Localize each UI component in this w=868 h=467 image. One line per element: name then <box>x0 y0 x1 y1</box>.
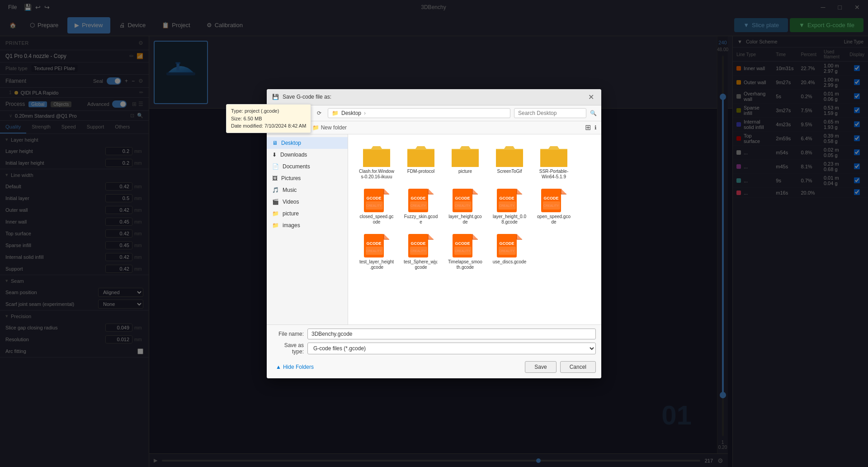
documents-icon: 📄 <box>272 163 279 170</box>
svg-text:GCODE: GCODE <box>410 241 425 246</box>
gcode-svg: GCODE CREALITY <box>364 234 389 257</box>
file-name-text: Clash.for.Windows-0.20.16-ikuuu <box>359 169 394 180</box>
gcode-svg: GCODE CREALITY <box>497 234 522 257</box>
music-label: Music <box>283 187 297 193</box>
file-name-text: SSR-Portable-Win64-5.1.9 <box>536 169 571 180</box>
file-name-text: closed_speed.gcode <box>359 214 394 225</box>
savetype-select[interactable]: G-code files (*.gcode) <box>307 343 596 354</box>
svg-text:GCODE: GCODE <box>455 241 470 246</box>
file-name-text: ScreenToGif <box>497 169 522 174</box>
view-toggle-icon[interactable]: ⊞ <box>585 123 591 132</box>
address-bar: ← → ↑ ⟳ 📁 Desktop › 🔍 <box>267 105 601 121</box>
svg-text:CREALITY: CREALITY <box>543 204 559 207</box>
svg-text:GCODE: GCODE <box>499 241 514 246</box>
nav-desktop[interactable]: 🖥 Desktop <box>267 137 348 149</box>
address-path[interactable]: 📁 Desktop › <box>328 108 510 118</box>
search-input[interactable] <box>514 108 586 118</box>
nav-downloads[interactable]: ⬇ Downloads <box>267 149 348 161</box>
gcode-svg: GCODE CREALITY <box>364 189 389 212</box>
hide-folders-btn[interactable]: ▲ Hide Folders <box>272 363 317 371</box>
dialog-close-btn[interactable]: ✕ <box>586 91 596 103</box>
dialog-title-text: 💾 Save G-code file as: <box>272 94 331 100</box>
list-item[interactable]: GCODE CREALITY layer_height_0.08.gcode <box>489 186 530 228</box>
list-item[interactable]: GCODE CREALITY Fuzzy_skin.gcode <box>401 186 441 228</box>
svg-text:GCODE: GCODE <box>455 196 470 200</box>
footer-buttons: Save Cancel <box>525 359 596 375</box>
view-info-icon[interactable]: ℹ <box>594 124 597 131</box>
dialog-titlebar: 💾 Save G-code file as: ✕ <box>267 89 601 105</box>
svg-text:CREALITY: CREALITY <box>499 249 515 253</box>
music-icon: 🎵 <box>272 187 279 193</box>
desktop-label: Desktop <box>281 140 301 146</box>
list-item[interactable]: GCODE CREALITY use_discs.gcode <box>489 231 530 273</box>
dialog-footer: File name: Save as type: G-code files (*… <box>267 324 601 378</box>
file-name-text: open_speed.gcode <box>536 214 571 225</box>
filename-input[interactable] <box>307 329 596 339</box>
nav-refresh-btn[interactable]: ⟳ <box>314 109 324 117</box>
new-folder-label: New folder <box>321 124 347 131</box>
new-folder-btn[interactable]: 📁 New folder <box>309 123 350 132</box>
svg-text:CREALITY: CREALITY <box>366 204 382 207</box>
list-item[interactable]: GCODE CREALITY layer_height.gcode <box>445 186 486 228</box>
organize-label: Organize <box>275 124 297 131</box>
dialog-toolbar: Organize ▾ 📁 New folder ⊞ ℹ <box>267 121 601 134</box>
list-item[interactable]: SSR-Portable-Win64-5.1.9 <box>533 143 574 182</box>
file-grid: Clash.for.Windows-0.20.16-ikuuu FDM-prot… <box>353 139 597 276</box>
gcode-svg: GCODE CREALITY <box>497 189 522 212</box>
list-item[interactable]: picture <box>445 143 486 182</box>
file-pane: Clash.for.Windows-0.20.16-ikuuu FDM-prot… <box>348 134 601 324</box>
nav-forward-btn[interactable]: → <box>287 109 298 118</box>
gcode-svg: GCODE CREALITY <box>408 234 434 257</box>
savetype-label: Save as type: <box>272 342 304 355</box>
nav-up-btn[interactable]: ↑ <box>302 109 311 118</box>
svg-text:GCODE: GCODE <box>543 196 558 200</box>
nav-documents[interactable]: 📄 Documents <box>267 161 348 172</box>
nav-pictures[interactable]: 🖼 Pictures <box>267 172 348 184</box>
cancel-button[interactable]: Cancel <box>560 361 596 373</box>
documents-label: Documents <box>283 163 310 170</box>
nav-pane: 🖥 Desktop ⬇ Downloads 📄 Documents 🖼 Pict… <box>267 134 348 324</box>
images-folder-icon: 📁 <box>272 222 279 229</box>
svg-text:CREALITY: CREALITY <box>410 204 426 207</box>
gcode-svg: GCODE CREALITY <box>408 189 434 212</box>
svg-text:CREALITY: CREALITY <box>366 249 382 253</box>
svg-text:CREALITY: CREALITY <box>455 204 471 207</box>
list-item[interactable]: GCODE CREALITY test_layer_height.gcode <box>356 231 397 273</box>
pictures-label: Pictures <box>281 175 301 181</box>
nav-videos[interactable]: 🎬 Videos <box>267 196 348 208</box>
nav-images-folder[interactable]: 📁 images <box>267 219 348 231</box>
list-item[interactable]: GCODE CREALITY Timelapse_smooth.gcode <box>445 231 486 273</box>
downloads-label: Downloads <box>280 152 307 158</box>
folder-svg <box>452 145 479 167</box>
save-button[interactable]: Save <box>525 361 556 373</box>
folder-svg <box>407 145 434 167</box>
svg-rect-29 <box>407 150 434 167</box>
file-name-text: FDM-protocol <box>407 169 435 174</box>
svg-text:GCODE: GCODE <box>366 196 381 200</box>
folder-icon-addr: 📁 <box>332 110 339 116</box>
videos-label: Videos <box>283 199 299 205</box>
nav-picture-folder[interactable]: 📁 picture <box>267 208 348 219</box>
organize-chevron: ▾ <box>299 124 302 131</box>
svg-text:GCODE: GCODE <box>366 241 381 246</box>
list-item[interactable]: FDM-protocol <box>401 143 441 182</box>
svg-text:CREALITY: CREALITY <box>499 204 515 207</box>
desktop-icon: 🖥 <box>272 140 278 146</box>
videos-icon: 🎬 <box>272 199 279 205</box>
new-folder-icon: 📁 <box>312 124 319 131</box>
nav-music[interactable]: 🎵 Music <box>267 184 348 196</box>
downloads-icon: ⬇ <box>272 152 277 158</box>
list-item[interactable]: GCODE CREALITY open_speed.gcode <box>533 186 574 228</box>
file-name-text: Timelapse_smooth.gcode <box>448 259 483 270</box>
footer-savetype-row: Save as type: G-code files (*.gcode) <box>272 342 596 355</box>
search-icon[interactable]: 🔍 <box>590 110 597 116</box>
nav-back-btn[interactable]: ← <box>271 109 283 118</box>
list-item[interactable]: ScreenToGif <box>489 143 530 182</box>
dialog-body: 🖥 Desktop ⬇ Downloads 📄 Documents 🖼 Pict… <box>267 134 601 324</box>
list-item[interactable]: Clash.for.Windows-0.20.16-ikuuu <box>356 143 397 182</box>
list-item[interactable]: GCODE CREALITY test_Sphere_wjy.gcode <box>401 231 441 273</box>
svg-rect-35 <box>540 150 567 167</box>
save-dialog: 💾 Save G-code file as: ✕ ← → ↑ ⟳ 📁 Deskt… <box>267 89 601 378</box>
list-item[interactable]: GCODE CREALITY closed_speed.gcode <box>356 186 397 228</box>
organize-btn[interactable]: Organize ▾ <box>271 123 305 132</box>
